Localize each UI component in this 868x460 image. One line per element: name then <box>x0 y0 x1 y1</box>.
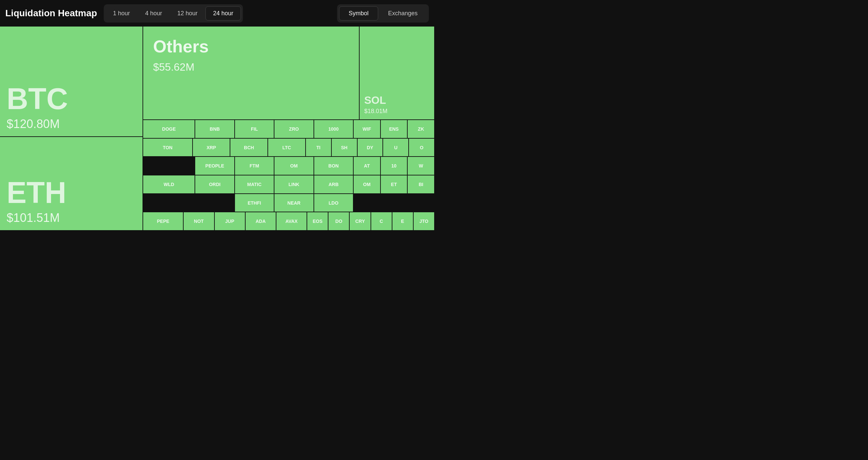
tile-eos[interactable]: EOS <box>307 212 328 230</box>
tile-at[interactable]: AT <box>353 157 380 175</box>
tile-avax[interactable]: AVAX <box>276 212 307 230</box>
grid-row-6: PEPE NOT JUP ADA AVAX EOS DO CRY C E JTO <box>143 212 434 230</box>
app-title: Liquidation Heatmap <box>5 8 97 19</box>
tile-1000[interactable]: 1000 <box>314 120 353 138</box>
tile-xrp[interactable]: XRP <box>193 139 230 156</box>
tile-zro[interactable]: ZRO <box>274 120 313 138</box>
tile-link[interactable]: LINK <box>274 175 313 193</box>
others-name: Others <box>153 36 349 56</box>
tile-do[interactable]: DO <box>329 212 349 230</box>
tile-om[interactable]: OM <box>274 157 313 175</box>
tile-ens[interactable]: ENS <box>381 120 407 138</box>
tile-doge[interactable]: DOGE <box>143 120 194 138</box>
tile-et[interactable]: ET <box>381 175 407 193</box>
tile-arb[interactable]: ARB <box>314 175 353 193</box>
tile-jup[interactable]: JUP <box>215 212 245 230</box>
tile-wif[interactable]: WIF <box>353 120 380 138</box>
tile-cry[interactable]: CRY <box>350 212 370 230</box>
tile-ton2 <box>143 157 194 175</box>
tile-u[interactable]: U <box>383 139 408 156</box>
tile-dy[interactable]: DY <box>358 139 383 156</box>
heatmap: BTC $120.80M ETH $101.51M Others $55.62M… <box>0 27 434 230</box>
tile-bnb[interactable]: BNB <box>195 120 234 138</box>
right-tabs: Symbol Exchanges <box>337 4 429 23</box>
tile-pepe[interactable]: PEPE <box>143 212 183 230</box>
tile-bch[interactable]: BCH <box>230 139 268 156</box>
tile-ordi[interactable]: ORDI <box>195 175 234 193</box>
grid-row-5: ETHFI NEAR LDO <box>143 194 434 212</box>
eth-name: ETH <box>7 178 136 208</box>
tile-wld3 <box>143 194 194 212</box>
btc-name: BTC <box>7 84 136 114</box>
tile-bi[interactable]: BI <box>408 175 434 193</box>
tab-symbol[interactable]: Symbol <box>339 6 378 21</box>
tile-wld[interactable]: WLD <box>143 175 194 193</box>
tab-1h[interactable]: 1 hour <box>106 6 137 21</box>
tile-o[interactable]: O <box>409 139 434 156</box>
tile-10[interactable]: 10 <box>381 157 407 175</box>
grid-row-3: PEOPLE FTM OM BON AT 10 W <box>143 157 434 175</box>
tile-pad2 <box>381 194 407 212</box>
tile-ti[interactable]: TI <box>306 139 331 156</box>
tab-24h[interactable]: 24 hour <box>206 6 241 21</box>
tile-not[interactable]: NOT <box>184 212 214 230</box>
sol-name: SOL <box>364 94 430 107</box>
tile-ldo[interactable]: LDO <box>314 194 353 212</box>
right-column: Others $55.62M SOL $18.01M DOGE BNB FIL … <box>143 27 434 230</box>
grid-row-2: TON XRP BCH LTC TI SH DY U O <box>143 139 434 156</box>
header: Liquidation Heatmap 1 hour 4 hour 12 hou… <box>0 0 434 27</box>
left-column: BTC $120.80M ETH $101.51M <box>0 27 143 230</box>
tile-ton[interactable]: TON <box>143 139 192 156</box>
tile-w[interactable]: W <box>408 157 434 175</box>
tab-12h[interactable]: 12 hour <box>170 6 205 21</box>
tile-near[interactable]: NEAR <box>274 194 313 212</box>
btc-tile[interactable]: BTC $120.80M <box>0 27 143 136</box>
tile-sh[interactable]: SH <box>332 139 357 156</box>
tile-zk[interactable]: ZK <box>408 120 434 138</box>
bottom-grid: DOGE BNB FIL ZRO 1000 WIF ENS ZK TON XRP… <box>143 120 434 230</box>
top-right: Others $55.62M SOL $18.01M <box>143 27 434 119</box>
tile-ada[interactable]: ADA <box>246 212 276 230</box>
tab-exchanges[interactable]: Exchanges <box>379 6 427 21</box>
btc-value: $120.80M <box>7 117 136 131</box>
grid-row-4: WLD ORDI MATIC LINK ARB OM ET BI <box>143 175 434 193</box>
others-value: $55.62M <box>153 61 349 73</box>
tile-pad1 <box>353 194 380 212</box>
tile-ordi2 <box>195 194 234 212</box>
tile-ftm[interactable]: FTM <box>235 157 274 175</box>
others-tile[interactable]: Others $55.62M <box>143 27 359 119</box>
tile-people[interactable]: PEOPLE <box>195 157 234 175</box>
eth-value: $101.51M <box>7 211 136 225</box>
tile-jto[interactable]: JTO <box>414 212 434 230</box>
tab-4h[interactable]: 4 hour <box>138 6 169 21</box>
sol-value: $18.01M <box>364 108 430 115</box>
tile-e[interactable]: E <box>393 212 413 230</box>
tile-fil[interactable]: FIL <box>235 120 274 138</box>
tile-ltc[interactable]: LTC <box>268 139 305 156</box>
tile-bon[interactable]: BON <box>314 157 353 175</box>
tile-pad3 <box>408 194 434 212</box>
tile-ethfi[interactable]: ETHFI <box>235 194 274 212</box>
tile-matic[interactable]: MATIC <box>235 175 274 193</box>
tile-om2[interactable]: OM <box>353 175 380 193</box>
eth-tile[interactable]: ETH $101.51M <box>0 137 143 230</box>
tile-c[interactable]: C <box>371 212 392 230</box>
sol-tile[interactable]: SOL $18.01M <box>360 27 434 119</box>
time-tabs: 1 hour 4 hour 12 hour 24 hour <box>104 4 243 23</box>
grid-row-1: DOGE BNB FIL ZRO 1000 WIF ENS ZK <box>143 120 434 138</box>
